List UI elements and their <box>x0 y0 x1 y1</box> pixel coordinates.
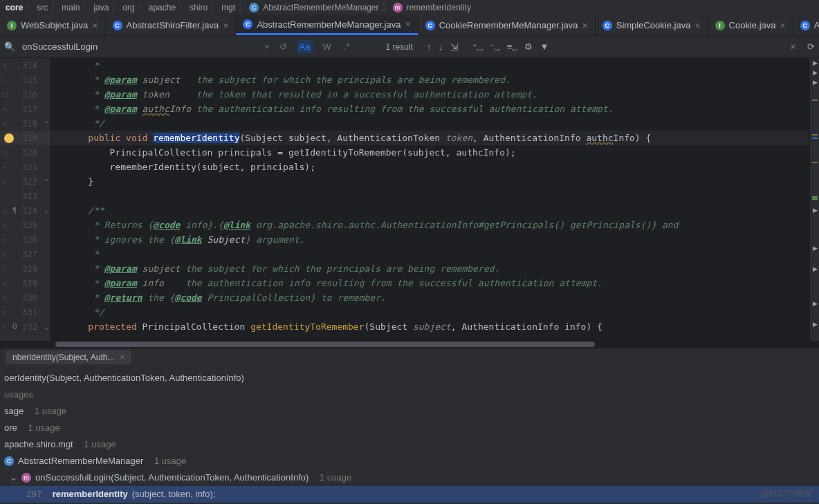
close-icon[interactable]: × <box>120 353 125 362</box>
tab-abstractremembermemanager[interactable]: CAbstractRememberMeManager.java× <box>236 15 418 35</box>
chevron-right-icon: 〉 <box>82 2 91 14</box>
warning-marker[interactable] <box>812 134 818 136</box>
editor-tabs: IWebSubject.java× CAbstractShiroFilter.j… <box>0 15 819 36</box>
settings-icon[interactable]: ⟳ <box>807 41 815 52</box>
search-input[interactable]: onSuccessfulLogin <box>22 41 271 52</box>
code-text: rememberIdentity(subject, principals); <box>66 162 315 172</box>
close-icon[interactable]: × <box>405 19 410 30</box>
remove-selection-icon[interactable]: ⁻⎵ <box>490 41 500 52</box>
tab-label: AbstractShiroFilter.java <box>127 20 219 30</box>
tab-cookie[interactable]: ICookie.java× <box>708 15 793 35</box>
tab-abstractshirofilter[interactable]: CAbstractShiroFilter.java× <box>106 15 237 35</box>
marker-nav-icon[interactable]: ▶ <box>813 79 818 86</box>
gutter-mark: n <box>0 251 10 258</box>
clear-icon[interactable]: × <box>264 41 270 52</box>
chevron-right-icon: 〉 <box>210 2 219 14</box>
code-text: * Returns { <box>66 220 153 230</box>
usage-group[interactable]: apache.shiro.mgt 1 usage <box>0 436 819 453</box>
search-icon[interactable]: 🔍 <box>4 41 15 52</box>
chevron-right-icon: 〉 <box>178 2 187 14</box>
tab-websubject[interactable]: IWebSubject.java× <box>0 15 106 35</box>
close-icon[interactable]: × <box>223 20 228 31</box>
crumb-main[interactable]: main <box>62 3 80 12</box>
code-text: * <box>66 263 104 274</box>
fold-icon[interactable]: ⌃ <box>44 120 48 127</box>
chevron-right-icon: 〉 <box>238 2 246 14</box>
class-icon: C <box>4 456 14 466</box>
keyword: protected <box>88 321 136 332</box>
code-text: PrincipalCollection <box>137 321 250 332</box>
tab-simplecookie[interactable]: CSimpleCookie.java× <box>596 15 708 35</box>
warning-marker[interactable] <box>812 100 818 101</box>
crumb-mgt[interactable]: mgt <box>221 3 235 12</box>
chevron-right-icon: 〉 <box>138 2 146 14</box>
close-icon[interactable]: × <box>582 20 588 31</box>
horizontal-scrollbar[interactable] <box>0 341 819 348</box>
usage-group[interactable]: sage 1 usage <box>0 403 819 420</box>
close-icon[interactable]: × <box>694 20 700 31</box>
fold-icon[interactable]: ⌄ <box>44 207 48 214</box>
tab-a[interactable]: CA⌄ <box>793 15 819 35</box>
marker-nav-icon[interactable]: ▶ <box>813 300 818 307</box>
marker-nav-icon[interactable]: ▶ <box>813 265 818 272</box>
crumb-org[interactable]: org <box>122 3 134 12</box>
marker-nav-icon[interactable]: ▶ <box>813 321 818 328</box>
ok-marker[interactable] <box>812 196 818 198</box>
regex-toggle[interactable]: .* <box>341 40 353 53</box>
crumb-apache[interactable]: apache <box>149 3 176 12</box>
crumb-core[interactable]: core <box>6 3 23 12</box>
usage-method[interactable]: ⌄monSuccessfulLogin(Subject, Authenticat… <box>0 469 819 486</box>
intention-bulb-icon[interactable] <box>4 133 14 143</box>
warning-marker[interactable] <box>812 162 818 163</box>
close-find-icon[interactable]: × <box>790 41 796 53</box>
code-text: the { <box>142 292 175 303</box>
funnel-icon[interactable]: ▼ <box>540 41 549 52</box>
usage-group[interactable]: ore 1 usage <box>0 420 819 436</box>
tab-cookieremembermemanager[interactable]: CCookieRememberMeManager.java× <box>418 15 596 35</box>
usage-category[interactable]: usages <box>0 386 819 403</box>
fold-icon[interactable]: ⌃ <box>44 178 48 185</box>
marker-nav-icon[interactable]: ▶ <box>813 69 818 76</box>
code-text: (Subject <box>365 321 413 332</box>
javadoc-tag: @link <box>175 234 202 245</box>
arrow-up-icon[interactable]: ↑ <box>427 41 432 53</box>
crumb-java[interactable]: java <box>93 3 109 12</box>
arrow-down-icon[interactable]: ↓ <box>439 41 443 53</box>
code-text: the token that resulted in a successful … <box>169 89 537 100</box>
crumb-src[interactable]: src <box>37 3 48 12</box>
select-occurrences-icon[interactable]: ≡⎵ <box>507 41 518 52</box>
close-icon[interactable]: × <box>92 20 98 31</box>
marker-nav-icon[interactable]: ▶ <box>813 207 818 214</box>
override-icon[interactable]: O <box>12 322 17 331</box>
crumb-shiro[interactable]: shiro <box>190 3 208 12</box>
fold-icon[interactable]: ⌄ <box>44 323 48 330</box>
marker-nav-icon[interactable]: ▶ <box>813 59 818 66</box>
class-icon: C <box>243 19 252 29</box>
close-icon[interactable]: × <box>780 20 786 31</box>
filter-icon[interactable]: ⚙ <box>524 41 533 52</box>
find-bar: 🔍 onSuccessfulLogin × ↺ Aa W .* 1 result… <box>0 36 819 58</box>
marker-nav-icon[interactable]: ▶ <box>813 245 818 252</box>
crumb-class[interactable]: AbstractRememberMeManager <box>263 3 378 12</box>
words-toggle[interactable]: W <box>320 40 334 53</box>
code-area[interactable]: * * @param subject the subject for which… <box>50 58 809 341</box>
usages-tab[interactable]: nberIdentity(Subject, Auth... × <box>6 351 131 364</box>
ok-marker[interactable] <box>812 198 818 200</box>
caret-marker[interactable] <box>812 138 818 139</box>
add-selection-icon[interactable]: ⁺⎵ <box>472 41 483 52</box>
scrollbar-thumb[interactable] <box>55 342 595 347</box>
error-stripe[interactable]: ▶ ▶ ▶ ▶ ▶ ▶ ▶ ▶ <box>809 58 819 341</box>
usage-line[interactable]: 297 rememberIdentity(subject, token, inf… <box>0 486 819 503</box>
usage-class[interactable]: CAbstractRememberMeManager 1 usage <box>0 453 819 469</box>
tab-label: A <box>814 20 819 30</box>
gutter-mark: ı <box>0 62 10 69</box>
prev-search-icon[interactable]: ↺ <box>277 40 290 53</box>
match-case-toggle[interactable]: Aa <box>297 40 313 53</box>
chevron-down-icon[interactable]: ⌄ <box>10 471 17 485</box>
select-all-icon[interactable]: ⇲ <box>450 41 459 53</box>
crumb-method[interactable]: rememberIdentity <box>407 3 471 12</box>
line-number: 324 <box>22 206 37 216</box>
gutter-mark: 1. <box>0 77 10 84</box>
usage-header[interactable]: oerIdentity(Subject, AuthenticationToken… <box>0 370 819 386</box>
line-number: 330 <box>22 293 37 303</box>
